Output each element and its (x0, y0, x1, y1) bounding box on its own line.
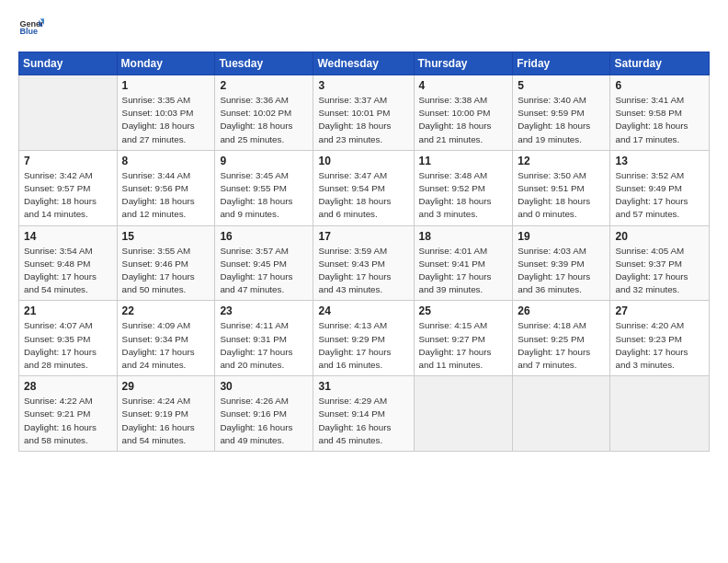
week-row-4: 21Sunrise: 4:07 AM Sunset: 9:35 PM Dayli… (19, 301, 710, 376)
day-number: 20 (615, 230, 704, 243)
day-info: Sunrise: 3:57 AM Sunset: 9:45 PM Dayligh… (220, 245, 308, 297)
day-info: Sunrise: 3:36 AM Sunset: 10:02 PM Daylig… (220, 94, 308, 146)
day-number: 28 (24, 380, 112, 393)
page: General Blue SundayMondayTuesdayWednesda… (0, 0, 728, 563)
day-cell: 9Sunrise: 3:45 AM Sunset: 9:55 PM Daylig… (215, 150, 313, 225)
day-cell: 20Sunrise: 4:05 AM Sunset: 9:37 PM Dayli… (610, 225, 710, 301)
day-info: Sunrise: 3:59 AM Sunset: 9:43 PM Dayligh… (318, 245, 408, 297)
day-info: Sunrise: 4:05 AM Sunset: 9:37 PM Dayligh… (615, 245, 704, 297)
day-cell: 27Sunrise: 4:20 AM Sunset: 9:23 PM Dayli… (610, 301, 710, 376)
day-info: Sunrise: 3:37 AM Sunset: 10:01 PM Daylig… (318, 94, 408, 146)
day-cell: 28Sunrise: 4:22 AM Sunset: 9:21 PM Dayli… (19, 376, 118, 452)
day-info: Sunrise: 3:35 AM Sunset: 10:03 PM Daylig… (122, 94, 210, 146)
day-cell: 10Sunrise: 3:47 AM Sunset: 9:54 PM Dayli… (313, 150, 414, 225)
day-cell: 4Sunrise: 3:38 AM Sunset: 10:00 PM Dayli… (414, 75, 513, 151)
day-info: Sunrise: 3:45 AM Sunset: 9:55 PM Dayligh… (220, 169, 308, 222)
day-info: Sunrise: 4:18 AM Sunset: 9:25 PM Dayligh… (518, 319, 605, 372)
day-cell: 23Sunrise: 4:11 AM Sunset: 9:31 PM Dayli… (215, 301, 313, 376)
day-number: 24 (318, 304, 408, 317)
day-info: Sunrise: 4:29 AM Sunset: 9:14 PM Dayligh… (318, 395, 408, 447)
day-cell: 2Sunrise: 3:36 AM Sunset: 10:02 PM Dayli… (215, 75, 313, 151)
day-info: Sunrise: 4:13 AM Sunset: 9:29 PM Dayligh… (318, 319, 408, 372)
day-cell: 17Sunrise: 3:59 AM Sunset: 9:43 PM Dayli… (313, 225, 414, 301)
day-number: 10 (318, 155, 408, 167)
day-info: Sunrise: 3:48 AM Sunset: 9:52 PM Dayligh… (419, 169, 508, 222)
day-info: Sunrise: 3:38 AM Sunset: 10:00 PM Daylig… (419, 94, 508, 146)
day-cell: 15Sunrise: 3:55 AM Sunset: 9:46 PM Dayli… (117, 225, 215, 301)
day-number: 22 (122, 304, 210, 317)
day-cell: 31Sunrise: 4:29 AM Sunset: 9:14 PM Dayli… (313, 376, 414, 452)
day-cell: 16Sunrise: 3:57 AM Sunset: 9:45 PM Dayli… (215, 225, 313, 301)
day-number: 17 (318, 230, 408, 243)
day-number: 26 (518, 304, 605, 317)
day-info: Sunrise: 4:26 AM Sunset: 9:16 PM Dayligh… (220, 395, 308, 447)
day-number: 6 (615, 79, 704, 92)
header: General Blue (18, 15, 710, 40)
weekday-header-row: SundayMondayTuesdayWednesdayThursdayFrid… (19, 52, 710, 75)
day-cell: 29Sunrise: 4:24 AM Sunset: 9:19 PM Dayli… (117, 376, 215, 452)
day-cell: 1Sunrise: 3:35 AM Sunset: 10:03 PM Dayli… (117, 75, 215, 151)
day-number: 19 (518, 230, 605, 243)
day-number: 27 (615, 304, 704, 317)
day-number: 11 (419, 155, 508, 167)
day-cell: 25Sunrise: 4:15 AM Sunset: 9:27 PM Dayli… (414, 301, 513, 376)
day-number: 31 (318, 380, 408, 393)
day-number: 12 (518, 155, 605, 167)
day-info: Sunrise: 3:44 AM Sunset: 9:56 PM Dayligh… (122, 169, 210, 222)
week-row-2: 7Sunrise: 3:42 AM Sunset: 9:57 PM Daylig… (19, 150, 710, 225)
day-info: Sunrise: 4:07 AM Sunset: 9:35 PM Dayligh… (24, 319, 112, 372)
day-info: Sunrise: 3:54 AM Sunset: 9:48 PM Dayligh… (24, 245, 112, 297)
day-cell: 3Sunrise: 3:37 AM Sunset: 10:01 PM Dayli… (313, 75, 414, 151)
day-number: 15 (122, 230, 210, 243)
day-cell: 30Sunrise: 4:26 AM Sunset: 9:16 PM Dayli… (215, 376, 313, 452)
svg-text:Blue: Blue (19, 27, 38, 36)
day-cell (513, 376, 610, 452)
day-info: Sunrise: 4:15 AM Sunset: 9:27 PM Dayligh… (419, 319, 508, 372)
day-cell: 11Sunrise: 3:48 AM Sunset: 9:52 PM Dayli… (414, 150, 513, 225)
day-number: 21 (24, 304, 112, 317)
day-cell: 19Sunrise: 4:03 AM Sunset: 9:39 PM Dayli… (513, 225, 610, 301)
logo-icon: General Blue (18, 15, 44, 40)
day-info: Sunrise: 4:20 AM Sunset: 9:23 PM Dayligh… (615, 319, 704, 372)
day-cell (610, 376, 710, 452)
day-cell: 7Sunrise: 3:42 AM Sunset: 9:57 PM Daylig… (19, 150, 118, 225)
day-number: 29 (122, 380, 210, 393)
day-number: 9 (220, 155, 308, 167)
calendar: SundayMondayTuesdayWednesdayThursdayFrid… (18, 52, 710, 452)
day-number: 14 (24, 230, 112, 243)
day-cell: 22Sunrise: 4:09 AM Sunset: 9:34 PM Dayli… (117, 301, 215, 376)
weekday-header-tuesday: Tuesday (215, 52, 313, 75)
day-info: Sunrise: 4:22 AM Sunset: 9:21 PM Dayligh… (24, 395, 112, 447)
day-cell: 24Sunrise: 4:13 AM Sunset: 9:29 PM Dayli… (313, 301, 414, 376)
day-number: 1 (122, 79, 210, 92)
day-number: 5 (518, 79, 605, 92)
day-info: Sunrise: 3:41 AM Sunset: 9:58 PM Dayligh… (615, 94, 704, 146)
weekday-header-thursday: Thursday (414, 52, 513, 75)
day-info: Sunrise: 3:50 AM Sunset: 9:51 PM Dayligh… (518, 169, 605, 222)
day-cell: 6Sunrise: 3:41 AM Sunset: 9:58 PM Daylig… (610, 75, 710, 151)
day-cell: 8Sunrise: 3:44 AM Sunset: 9:56 PM Daylig… (117, 150, 215, 225)
day-info: Sunrise: 3:42 AM Sunset: 9:57 PM Dayligh… (24, 169, 112, 222)
day-number: 30 (220, 380, 308, 393)
day-cell: 12Sunrise: 3:50 AM Sunset: 9:51 PM Dayli… (513, 150, 610, 225)
logo: General Blue (18, 15, 44, 40)
day-number: 23 (220, 304, 308, 317)
weekday-header-sunday: Sunday (19, 52, 118, 75)
day-cell (19, 75, 118, 151)
day-info: Sunrise: 4:24 AM Sunset: 9:19 PM Dayligh… (122, 395, 210, 447)
week-row-5: 28Sunrise: 4:22 AM Sunset: 9:21 PM Dayli… (19, 376, 710, 452)
day-cell: 21Sunrise: 4:07 AM Sunset: 9:35 PM Dayli… (19, 301, 118, 376)
day-info: Sunrise: 4:09 AM Sunset: 9:34 PM Dayligh… (122, 319, 210, 372)
day-cell: 5Sunrise: 3:40 AM Sunset: 9:59 PM Daylig… (513, 75, 610, 151)
day-number: 7 (24, 155, 112, 167)
day-info: Sunrise: 3:52 AM Sunset: 9:49 PM Dayligh… (615, 169, 704, 222)
day-info: Sunrise: 3:55 AM Sunset: 9:46 PM Dayligh… (122, 245, 210, 297)
day-cell: 18Sunrise: 4:01 AM Sunset: 9:41 PM Dayli… (414, 225, 513, 301)
day-number: 18 (419, 230, 508, 243)
day-info: Sunrise: 3:40 AM Sunset: 9:59 PM Dayligh… (518, 94, 605, 146)
week-row-3: 14Sunrise: 3:54 AM Sunset: 9:48 PM Dayli… (19, 225, 710, 301)
day-number: 4 (419, 79, 508, 92)
day-cell (414, 376, 513, 452)
day-info: Sunrise: 3:47 AM Sunset: 9:54 PM Dayligh… (318, 169, 408, 222)
weekday-header-saturday: Saturday (610, 52, 710, 75)
